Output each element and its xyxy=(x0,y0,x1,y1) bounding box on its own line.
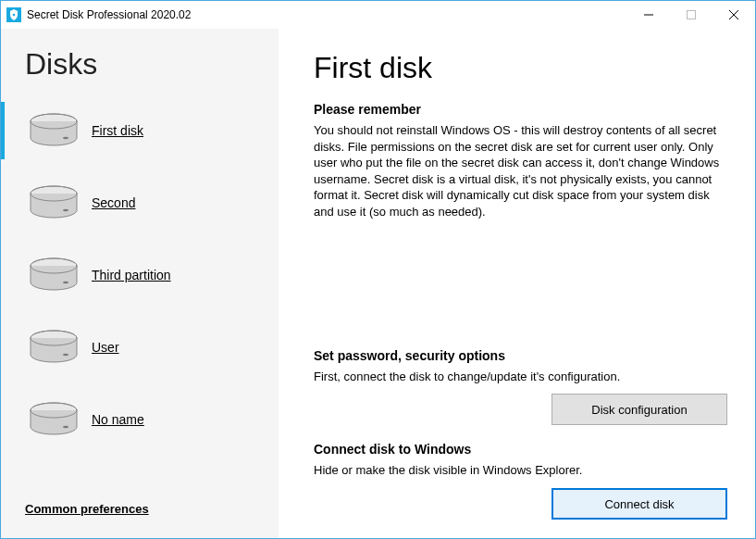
sidebar-item-label: Second xyxy=(92,195,135,210)
svg-point-1 xyxy=(13,14,16,17)
svg-point-11 xyxy=(63,209,68,212)
window-title: Secret Disk Professional 2020.02 xyxy=(27,8,191,21)
maximize-button[interactable] xyxy=(670,1,713,29)
hard-drive-icon xyxy=(29,329,79,366)
sidebar-item-second[interactable]: Second xyxy=(1,167,279,239)
hard-drive-icon xyxy=(29,401,79,438)
security-body: First, connect the disk to change/update… xyxy=(314,369,727,385)
disk-configuration-button[interactable]: Disk configuration xyxy=(552,394,727,425)
svg-point-20 xyxy=(63,426,68,429)
sidebar-heading: Disks xyxy=(1,47,279,94)
common-preferences-link[interactable]: Common preferences xyxy=(25,502,149,516)
hard-drive-icon xyxy=(29,257,79,294)
close-button[interactable] xyxy=(713,1,755,29)
hard-drive-icon xyxy=(29,184,79,221)
svg-point-8 xyxy=(63,137,68,140)
sidebar-item-label: Third partition xyxy=(92,268,171,282)
sidebar-item-no-name[interactable]: No name xyxy=(1,383,279,456)
sidebar-item-label: First disk xyxy=(92,123,143,138)
svg-rect-3 xyxy=(688,11,696,19)
svg-point-14 xyxy=(63,282,68,284)
security-heading: Set password, security options xyxy=(314,348,727,363)
svg-point-17 xyxy=(63,354,68,357)
minimize-button[interactable] xyxy=(627,1,670,29)
sidebar: Disks First disk Second Third partition xyxy=(1,29,279,538)
disk-list: First disk Second Third partition User xyxy=(1,94,279,502)
hard-drive-icon xyxy=(29,112,79,149)
sidebar-item-third-partition[interactable]: Third partition xyxy=(1,239,279,311)
page-title: First disk xyxy=(314,51,727,85)
sidebar-item-label: No name xyxy=(92,412,144,427)
sidebar-item-first-disk[interactable]: First disk xyxy=(1,94,279,167)
connect-heading: Connect disk to Windows xyxy=(314,442,727,457)
remember-body: You should not reinstall Windows OS - th… xyxy=(314,122,727,219)
remember-heading: Please remember xyxy=(314,102,727,117)
app-icon xyxy=(6,7,21,22)
sidebar-item-label: User xyxy=(92,340,119,355)
main-panel: First disk Please remember You should no… xyxy=(279,29,755,538)
connect-body: Hide or make the disk visible in Windows… xyxy=(314,462,727,479)
sidebar-item-user[interactable]: User xyxy=(1,311,279,383)
connect-disk-button[interactable]: Connect disk xyxy=(552,488,727,520)
titlebar: Secret Disk Professional 2020.02 xyxy=(1,1,755,29)
